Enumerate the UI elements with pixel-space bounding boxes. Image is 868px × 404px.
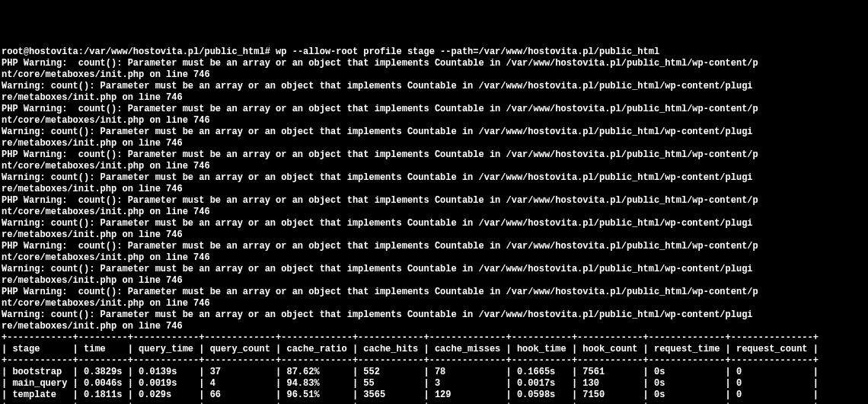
warning-line: re/metaboxes/init.php on line 746 (2, 92, 866, 104)
table-row: | template | 0.1811s | 0.029s | 66 | 96.… (2, 390, 866, 401)
warning-line: Warning: count(): Parameter must be an a… (2, 81, 866, 92)
warning-line: re/metaboxes/init.php on line 746 (2, 184, 866, 195)
table-row: | bootstrap | 0.3829s | 0.0139s | 37 | 8… (2, 367, 866, 378)
command-input[interactable]: wp --allow-root profile stage --path=/va… (270, 46, 659, 57)
warning-line: Warning: count(): Parameter must be an a… (2, 172, 866, 184)
warning-line: Warning: count(): Parameter must be an a… (2, 127, 866, 138)
php-warning-line: nt/core/metaboxes/init.php on line 746 (2, 161, 866, 172)
warning-line: re/metaboxes/init.php on line 746 (2, 321, 866, 332)
table-row: | main_query | 0.0046s | 0.0019s | 4 | 9… (2, 378, 866, 390)
warning-line: re/metaboxes/init.php on line 746 (2, 275, 866, 287)
php-warning-line: nt/core/metaboxes/init.php on line 746 (2, 252, 866, 264)
terminal-output: root@hostovita:/var/www/hostovita.pl/pub… (2, 46, 866, 404)
table-separator: +------------+---------+------------+---… (2, 332, 866, 344)
prompt-path: :/var/www/hostovita.pl/public_html# (78, 46, 270, 57)
table-separator: +------------+---------+------------+---… (2, 401, 866, 404)
php-warning-line: nt/core/metaboxes/init.php on line 746 (2, 298, 866, 309)
table-header-row: | stage | time | query_time | query_coun… (2, 344, 866, 355)
php-warning-line: nt/core/metaboxes/init.php on line 746 (2, 207, 866, 218)
php-warning-line: PHP Warning: count(): Parameter must be … (2, 104, 866, 115)
php-warning-line: nt/core/metaboxes/init.php on line 746 (2, 115, 866, 127)
php-warning-line: PHP Warning: count(): Parameter must be … (2, 287, 866, 298)
prompt-user-host: root@hostovita (2, 46, 78, 57)
php-warning-line: PHP Warning: count(): Parameter must be … (2, 149, 866, 161)
shell-prompt[interactable]: root@hostovita:/var/www/hostovita.pl/pub… (2, 46, 866, 58)
table-separator: +------------+---------+------------+---… (2, 355, 866, 367)
php-warning-line: PHP Warning: count(): Parameter must be … (2, 58, 866, 69)
warning-line: Warning: count(): Parameter must be an a… (2, 264, 866, 275)
php-warning-line: PHP Warning: count(): Parameter must be … (2, 241, 866, 252)
php-warning-line: nt/core/metaboxes/init.php on line 746 (2, 69, 866, 81)
warning-line: re/metaboxes/init.php on line 746 (2, 229, 866, 241)
warning-line: Warning: count(): Parameter must be an a… (2, 218, 866, 229)
php-warning-line: PHP Warning: count(): Parameter must be … (2, 195, 866, 207)
warning-line: Warning: count(): Parameter must be an a… (2, 309, 866, 321)
warning-line: re/metaboxes/init.php on line 746 (2, 138, 866, 149)
